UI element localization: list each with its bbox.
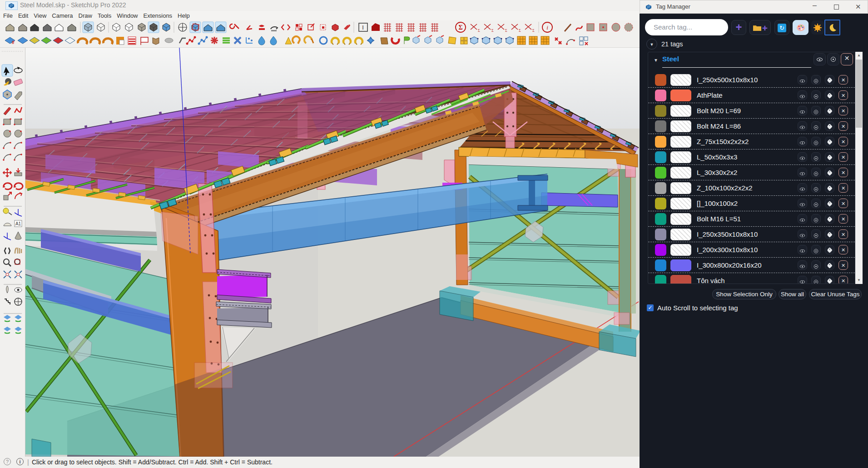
svg-text:Σ: Σ bbox=[505, 29, 507, 33]
svg-text:I: I bbox=[362, 24, 364, 31]
svg-text:A1: A1 bbox=[15, 221, 21, 226]
svg-text:Σ: Σ bbox=[491, 29, 494, 33]
svg-text:Σ: Σ bbox=[478, 29, 480, 33]
svg-text:Σ: Σ bbox=[458, 24, 462, 31]
svg-text:#: # bbox=[12, 40, 15, 45]
svg-text:Σ: Σ bbox=[532, 29, 535, 33]
svg-text:i: i bbox=[546, 24, 548, 31]
svg-text:Σ: Σ bbox=[519, 29, 521, 33]
